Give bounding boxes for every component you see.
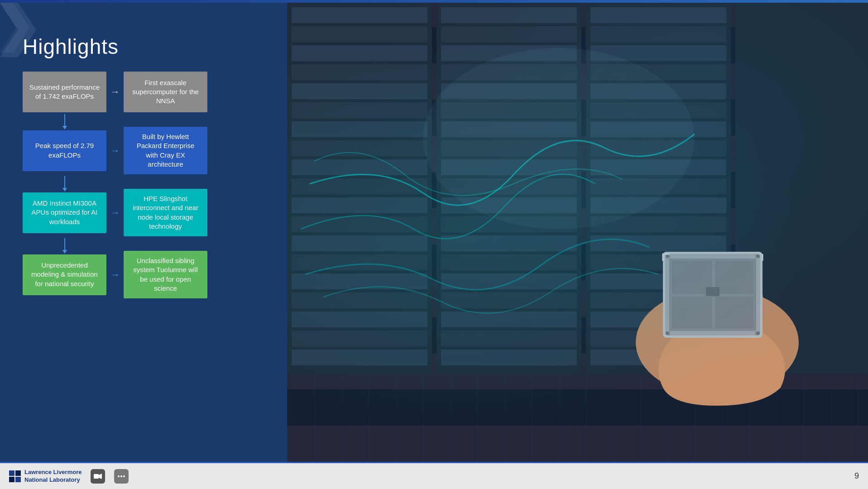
flow-section-4: Unprecedented modeling & simulation for … <box>23 251 264 298</box>
box-peak-speed: Peak speed of 2.79 exaFLOPs <box>23 130 106 171</box>
logo-sq-2 <box>15 470 21 476</box>
svg-rect-79 <box>94 474 99 479</box>
video-camera-button[interactable] <box>91 469 105 484</box>
box-hpe-slingshot: HPE Slingshot interconnect and near node… <box>124 189 207 236</box>
arrow-1: → <box>110 86 120 98</box>
svg-point-83 <box>123 475 125 477</box>
svg-marker-80 <box>99 474 102 479</box>
more-options-button[interactable] <box>114 469 129 484</box>
llnl-logo-squares <box>9 470 21 482</box>
flow-diagram: Sustained performance of 1.742 exaFLOPs … <box>23 72 264 444</box>
logo-sq-4 <box>15 477 21 482</box>
flow-row-2: Peak speed of 2.79 exaFLOPs → Built by H… <box>23 127 264 174</box>
flow-section-2: Peak speed of 2.79 exaFLOPs → Built by H… <box>23 127 264 174</box>
slide-title: Highlights <box>23 34 264 59</box>
box-amd-instinct: AMD Instinct MI300A APUs optimized for A… <box>23 192 106 233</box>
connector-2 <box>23 176 264 189</box>
arrow-3: → <box>110 207 120 219</box>
main-content: Highlights Sustained performance of 1.74… <box>0 3 868 462</box>
flow-section-1: Sustained performance of 1.742 exaFLOPs … <box>23 72 264 112</box>
bottom-bar: Lawrence Livermore National Laboratory 9 <box>0 462 868 489</box>
llnl-logo: Lawrence Livermore National Laboratory <box>9 469 82 484</box>
flow-row-3: AMD Instinct MI300A APUs optimized for A… <box>23 189 264 236</box>
cable-overlay <box>287 3 868 462</box>
connector-line-3 <box>64 238 65 251</box>
video-camera-icon <box>94 473 102 479</box>
photo-panel <box>287 3 868 462</box>
box-tuolumne: Unclassified sibling system Tuolumne wil… <box>124 251 207 298</box>
connector-line-1 <box>64 114 65 127</box>
logo-sq-3 <box>9 477 14 482</box>
svg-point-81 <box>118 475 120 477</box>
connector-1 <box>23 114 264 127</box>
page-number: 9 <box>854 471 859 481</box>
box-sustained-performance: Sustained performance of 1.742 exaFLOPs <box>23 72 106 112</box>
flow-row-1: Sustained performance of 1.742 exaFLOPs … <box>23 72 264 112</box>
more-options-icon <box>118 475 125 477</box>
flow-row-4: Unprecedented modeling & simulation for … <box>23 251 264 298</box>
chevron-decoration <box>0 3 36 57</box>
llnl-lab-name: Lawrence Livermore National Laboratory <box>24 469 82 484</box>
flow-section-3: AMD Instinct MI300A APUs optimized for A… <box>23 189 264 236</box>
slide-panel: Highlights Sustained performance of 1.74… <box>0 3 287 462</box>
arrow-2: → <box>110 145 120 157</box>
server-rack-background <box>287 3 868 462</box>
box-built-by-hpe: Built by Hewlett Packard Enterprise with… <box>124 127 207 174</box>
arrow-4: → <box>110 269 120 281</box>
box-first-exascale: First exascale supercomputer for the NNS… <box>124 72 207 112</box>
connector-3 <box>23 238 264 251</box>
connector-line-2 <box>64 176 65 189</box>
svg-point-82 <box>120 475 122 477</box>
bottom-left-controls: Lawrence Livermore National Laboratory <box>9 469 129 484</box>
logo-sq-1 <box>9 470 14 476</box>
box-unprecedented-modeling: Unprecedented modeling & simulation for … <box>23 254 106 295</box>
